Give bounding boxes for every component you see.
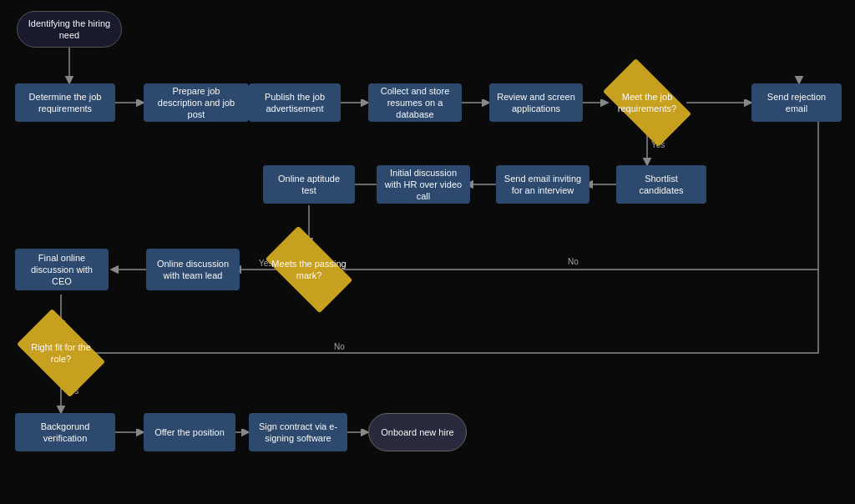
node-onboard: Onboard new hire	[368, 413, 467, 451]
node-initial-discussion: Initial discussion with HR over video ca…	[377, 165, 470, 204]
node-review-screen: Review and screen applications	[489, 83, 583, 122]
node-sign-contract: Sign contract via e-signing software	[249, 413, 347, 451]
node-aptitude-test: Online aptitude test	[263, 165, 355, 204]
node-collect-store: Collect and store resumes on a database	[368, 83, 462, 122]
flowchart: No Yes Yes No Yes No Identifying the hir…	[0, 0, 855, 504]
node-prepare-job-desc: Prepare job description and job post	[144, 83, 249, 122]
node-diamond-passing: Meets the passing mark?	[266, 226, 353, 314]
no-label-d3: No	[334, 342, 345, 351]
node-background-verification: Backgorund verification	[15, 413, 115, 451]
start-node: Identifying the hiring need	[17, 11, 122, 48]
node-rejection-email: Send rejection email	[751, 83, 842, 122]
node-diamond-requirements: Meet the job requirements?	[603, 58, 691, 147]
node-offer-position: Offer the position	[144, 413, 235, 451]
node-ceo-discussion: Final online discussion with CEO	[15, 249, 109, 290]
node-determine-requirements: Determine the job requirements	[15, 83, 115, 122]
no-label-d2: No	[568, 257, 579, 266]
node-team-lead-discussion: Online discussion with team lead	[146, 249, 240, 290]
node-diamond-right-fit: Right fit for the role?	[17, 309, 105, 397]
node-invite-interview: Send email inviting for an interview	[496, 165, 589, 204]
node-shortlist: Shortlist candidates	[616, 165, 706, 204]
node-publish-job: Publish the job advertisement	[249, 83, 341, 122]
